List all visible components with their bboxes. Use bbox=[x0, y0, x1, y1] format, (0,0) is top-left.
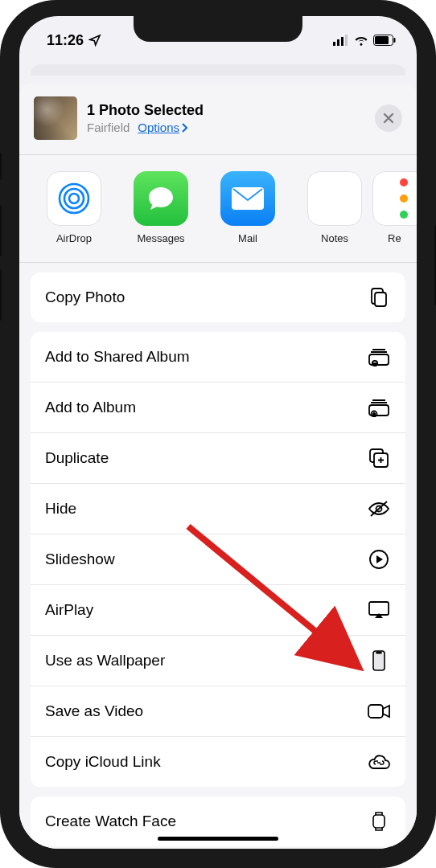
app-label: Mail bbox=[238, 232, 257, 244]
action-label: Hide bbox=[45, 500, 76, 518]
screen: 11:26 1 Photo Selected Fairfield Options bbox=[19, 16, 417, 849]
svg-rect-19 bbox=[369, 602, 389, 615]
home-indicator[interactable] bbox=[158, 837, 278, 841]
play-circle-icon bbox=[367, 549, 391, 570]
hide-eye-icon bbox=[367, 498, 391, 519]
svg-rect-0 bbox=[333, 42, 335, 46]
duplicate-icon bbox=[367, 448, 391, 469]
chevron-right-icon bbox=[181, 123, 187, 133]
action-airplay[interactable]: AirPlay bbox=[31, 584, 405, 635]
action-use-as-wallpaper[interactable]: Use as Wallpaper bbox=[31, 635, 405, 686]
app-label: Notes bbox=[321, 232, 348, 244]
app-reminders[interactable]: Re bbox=[388, 171, 412, 244]
wifi-icon bbox=[354, 35, 368, 46]
battery-icon bbox=[373, 35, 396, 46]
share-header: 1 Photo Selected Fairfield Options bbox=[19, 84, 417, 155]
svg-rect-1 bbox=[337, 39, 339, 46]
app-messages[interactable]: Messages bbox=[127, 171, 195, 244]
phone-icon bbox=[367, 650, 391, 671]
airplay-icon bbox=[367, 600, 391, 620]
shared-album-icon bbox=[367, 346, 391, 367]
svg-rect-6 bbox=[394, 38, 396, 43]
share-apps-row[interactable]: AirDrop Messages Mail bbox=[19, 155, 417, 263]
svg-rect-21 bbox=[376, 652, 381, 653]
actions-list[interactable]: Copy Photo Add to Shared Album bbox=[19, 263, 417, 846]
watch-icon bbox=[367, 811, 391, 832]
action-label: Save as Video bbox=[45, 702, 143, 720]
action-label: Use as Wallpaper bbox=[45, 652, 165, 669]
action-label: Add to Shared Album bbox=[45, 348, 190, 366]
add-album-icon bbox=[367, 397, 391, 418]
action-copy-icloud-link[interactable]: Copy iCloud Link bbox=[31, 736, 405, 787]
photo-thumbnail[interactable] bbox=[34, 96, 77, 140]
action-label: AirPlay bbox=[45, 601, 93, 619]
svg-rect-3 bbox=[345, 35, 348, 46]
side-button-silent bbox=[0, 153, 2, 180]
background-card-peek bbox=[31, 64, 405, 76]
app-airdrop[interactable]: AirDrop bbox=[40, 171, 108, 244]
action-label: Copy Photo bbox=[45, 289, 125, 306]
header-title: 1 Photo Selected bbox=[87, 102, 365, 119]
action-hide[interactable]: Hide bbox=[31, 483, 405, 534]
status-time: 11:26 bbox=[47, 32, 84, 49]
app-label: AirDrop bbox=[56, 232, 92, 244]
cellular-signal-icon bbox=[333, 35, 349, 46]
action-duplicate[interactable]: Duplicate bbox=[31, 432, 405, 483]
reminders-icon bbox=[372, 171, 417, 226]
side-button-volume-up bbox=[0, 205, 2, 256]
app-mail[interactable]: Mail bbox=[214, 171, 282, 244]
action-add-album[interactable]: Add to Album bbox=[31, 382, 405, 432]
action-add-shared-album[interactable]: Add to Shared Album bbox=[31, 332, 405, 382]
video-icon bbox=[367, 701, 391, 722]
phone-frame: 11:26 1 Photo Selected Fairfield Options bbox=[0, 0, 436, 868]
action-copy-photo[interactable]: Copy Photo bbox=[31, 272, 405, 322]
side-button-volume-down bbox=[0, 269, 2, 321]
action-label: Slideshow bbox=[45, 551, 115, 568]
actions-card-secondary: Add to Shared Album Add to Album Duplica… bbox=[31, 332, 405, 787]
options-link[interactable]: Options bbox=[138, 121, 187, 134]
cloud-link-icon bbox=[367, 751, 391, 772]
close-icon bbox=[383, 113, 394, 124]
notch bbox=[134, 16, 302, 42]
app-label: Messages bbox=[137, 232, 184, 244]
svg-point-8 bbox=[64, 189, 84, 208]
mail-icon bbox=[220, 171, 275, 226]
action-label: Copy iCloud Link bbox=[45, 753, 161, 771]
app-notes[interactable]: Notes bbox=[301, 171, 368, 244]
action-save-as-video[interactable]: Save as Video bbox=[31, 686, 405, 736]
location-arrow-icon bbox=[88, 34, 101, 47]
svg-rect-11 bbox=[375, 293, 386, 306]
action-label: Add to Album bbox=[45, 399, 136, 416]
svg-rect-14 bbox=[369, 405, 389, 416]
app-label: Re bbox=[388, 232, 401, 244]
messages-icon bbox=[134, 171, 188, 226]
notes-icon bbox=[307, 171, 362, 226]
copy-icon bbox=[367, 287, 391, 308]
share-sheet: 1 Photo Selected Fairfield Options bbox=[19, 84, 417, 849]
svg-rect-20 bbox=[373, 651, 385, 670]
close-button[interactable] bbox=[375, 104, 402, 132]
actions-card-primary: Copy Photo bbox=[31, 272, 405, 322]
svg-point-7 bbox=[69, 194, 79, 203]
action-label: Duplicate bbox=[45, 449, 109, 467]
header-location: Fairfield bbox=[87, 121, 130, 134]
action-label: Create Watch Face bbox=[45, 813, 176, 830]
action-slideshow[interactable]: Slideshow bbox=[31, 534, 405, 584]
svg-rect-22 bbox=[368, 705, 383, 718]
svg-rect-2 bbox=[341, 37, 343, 46]
svg-rect-5 bbox=[375, 36, 389, 44]
airdrop-icon bbox=[47, 171, 101, 226]
svg-rect-23 bbox=[373, 815, 385, 828]
